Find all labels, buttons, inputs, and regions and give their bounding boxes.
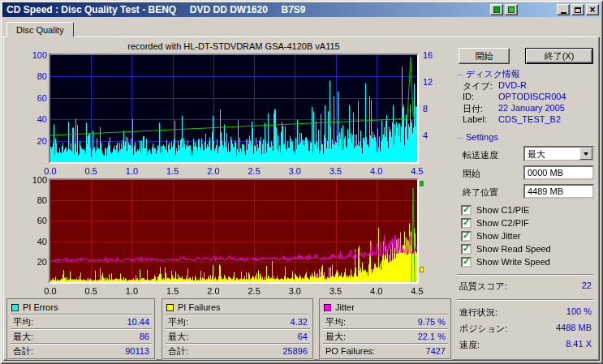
checkbox-show-c2-pif[interactable]: Show C2/PIF [461,217,529,229]
combo-dropdown-button[interactable] [579,148,592,160]
stats-value: 22.1 % [418,332,446,341]
stats-row: 最大: 22.1 % [322,330,449,343]
progress-row: 進行状況: 100 % [459,306,592,319]
close-icon: × [589,6,595,15]
progress-label: 進行状況: [459,306,497,319]
stats-row: 平均: 10.44 [10,315,153,328]
stats-title: PI Failures [178,302,221,312]
stats-row: 合計: 90113 [10,345,153,358]
cd-speed-window: CD Speed : Disc Quality Test - BENQ DVD … [0,0,603,364]
stats-label: 最大: [325,331,346,343]
stats-value: 25896 [282,346,308,356]
stats-value: 86 [140,332,149,341]
disc-info-row-label: Label: CDS_TEST_B2 [463,114,597,124]
checkbox-icon[interactable] [461,218,472,229]
stats-label: 平均: [13,316,33,328]
close-button[interactable]: × [586,4,599,15]
end-position-label: 終了位置 [463,186,498,199]
maximize-icon [575,7,581,13]
pi-failures-canvas [50,180,417,282]
speed-value: 8.41 X [566,339,592,351]
start-button[interactable]: 開始 [459,48,510,64]
disc-info-header: ディスク情報 [457,68,520,80]
disc-type-value: DVD-R [498,80,527,92]
pi-failures-swatch [166,304,174,311]
speed-end-marker [420,181,424,186]
titlebar[interactable]: CD Speed : Disc Quality Test - BENQ DVD … [2,2,601,17]
minimize-button[interactable] [557,4,570,15]
disc-date-label: 日付: [463,103,498,115]
quality-score-label: 品質スコア: [459,280,507,293]
disc-id-label: ID: [463,92,498,101]
maximize-button[interactable] [571,4,584,15]
stats-row: 平均: 9.75 % [322,315,449,328]
disc-type-label: タイプ: [463,80,498,92]
checkbox-label: Show Jitter [476,231,520,241]
end-position-input[interactable]: 4489 MB [523,184,594,199]
disc-info-row-date: 日付: 22 January 2005 [463,103,597,115]
jitter-swatch [324,304,331,311]
checkbox-show-c1-pie[interactable]: Show C1/PIE [461,204,529,216]
pi-errors-chart [49,54,419,164]
position-label: ポジション: [459,323,507,335]
checkbox-label: Show C2/PIF [476,218,529,228]
stats-label: 合計: [13,345,33,358]
disc-id-value: OPTODISCR004 [498,92,566,101]
stats-value: 10.44 [127,317,149,327]
stats-row: 合計: 25896 [165,345,311,358]
minimize-icon [561,12,566,14]
disc-label-label: Label: [463,114,498,124]
stats-title: Jitter [335,302,355,312]
disc-label-value: CDS_TEST_B2 [498,114,561,124]
recorded-note: recorded with HL-DT-STDVDRAM GSA-4120B v… [50,41,417,51]
jitter-stats-header: Jitter [322,301,449,314]
pi-failures-end-marker [420,267,424,272]
stats-label: 最大: [168,331,188,343]
position-row: ポジション: 4488 MB [459,323,592,335]
green-tool-icon [493,6,500,13]
stats-label: 平均: [168,316,188,328]
tab-disc-quality[interactable]: Disc Quality [6,22,74,37]
exit-button[interactable]: 終了(X) [525,48,593,64]
jitter-stats-box: Jitter 平均: 9.75 % 最大: 22.1 % PO Failures… [319,298,452,360]
titlebar-tool-button-2[interactable] [505,4,518,15]
stats-label: 最大: [13,331,33,343]
stats-row: PO Failures: 7427 [322,345,449,358]
pi-errors-stats-header: PI Errors [10,301,153,314]
titlebar-tool-button-1[interactable] [490,4,503,15]
disc-date-value: 22 January 2005 [498,103,565,115]
stats-label: 平均: [325,316,346,328]
stats-value: 7427 [426,346,446,356]
checkbox-label: Show Read Speed [476,244,551,254]
pi-errors-swatch [11,304,19,311]
transfer-speed-select[interactable]: 最大 [523,146,594,161]
speed-row: 速度: 8.41 X [459,339,592,351]
checkbox-show-jitter[interactable]: Show Jitter [461,230,520,242]
checkbox-show-write-speed[interactable]: Show Write Speed [461,256,550,268]
checkbox-icon[interactable] [461,257,472,268]
stats-value: 4.32 [291,317,308,327]
checkbox-icon[interactable] [461,205,472,216]
chevron-down-icon [584,152,588,156]
stats-label: PO Failures: [325,346,375,356]
stats-title: PI Errors [23,302,58,312]
checkbox-icon[interactable] [461,244,472,255]
stats-row: 最大: 64 [165,330,311,343]
transfer-speed-label: 転送速度 [463,149,498,161]
quality-score-row: 品質スコア: 22 [459,280,592,293]
start-position-label: 開始 [463,168,480,180]
checkbox-show-read-speed[interactable]: Show Read Speed [461,243,551,255]
quality-score-value: 22 [582,280,592,293]
checkbox-icon[interactable] [461,231,472,242]
green-tool-icon [508,6,515,13]
pi-failures-stats-box: PI Failures 平均: 4.32 最大: 64 合計: 25896 [162,298,314,360]
transfer-speed-value: 最大 [525,148,579,160]
stats-label: 合計: [168,345,188,358]
pi-failures-stats-header: PI Failures [165,301,311,314]
stats-value: 90113 [125,346,149,356]
pi-errors-stats-box: PI Errors 平均: 10.44 最大: 86 合計: 90113 [6,298,156,360]
pi-errors-canvas [50,55,417,162]
checkbox-label: Show C1/PIE [476,205,529,215]
start-position-input[interactable]: 0000 MB [523,165,594,180]
progress-value: 100 % [566,306,592,319]
